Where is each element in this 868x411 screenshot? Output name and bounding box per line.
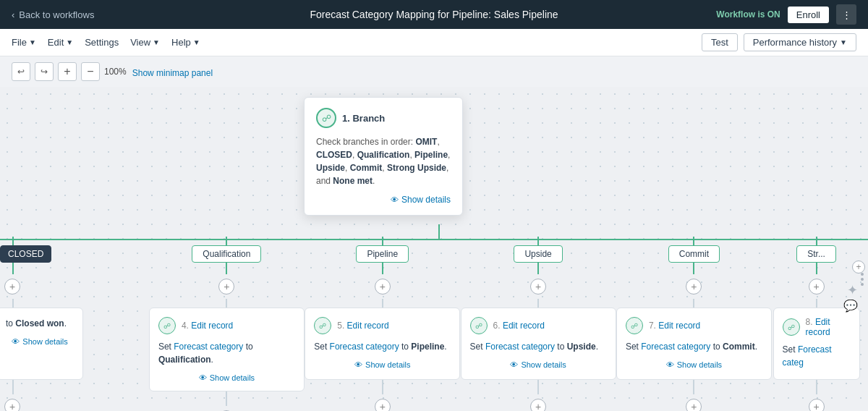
dot-3 [861, 278, 864, 281]
action-title-qualification: 4. Edit record [182, 321, 233, 331]
action-body-upside: Set Forecast category to Upside. [470, 340, 607, 353]
edit-chevron-icon: ▼ [66, 38, 73, 46]
zoom-in-button[interactable]: + [58, 62, 77, 81]
back-to-workflows-link[interactable]: ‹ Back to workflows [12, 9, 94, 20]
add-node-closed[interactable]: + [4, 279, 20, 295]
undo-button[interactable]: ↩ [12, 62, 30, 81]
canvas-toolbar: ↩ ↪ + − 100% Show minimap panel [0, 56, 868, 87]
forecast-link-qualification[interactable]: Forecast category [174, 342, 243, 352]
action-header-qualification: ☍ 4. Edit record [158, 317, 295, 334]
edit-record-link-commit[interactable]: Edit record [658, 321, 700, 331]
action-title-commit: 7. Edit record [649, 321, 700, 331]
zoom-value: 100% [104, 67, 127, 77]
redo-button[interactable]: ↪ [35, 62, 54, 81]
action-card-strong-upside: ☍ 8. Edit record Set Forecast categ [773, 308, 860, 380]
sparkle-icon: ✦ [847, 282, 858, 298]
add-node-closed-bottom[interactable]: + [4, 399, 20, 411]
back-label: Back to workflows [19, 9, 94, 20]
forecast-link-strong-upside[interactable]: Forecast categ [783, 344, 832, 368]
show-details-label-pipeline: Show details [365, 360, 410, 369]
edit-label: Edit [48, 37, 64, 48]
branch-label-qualification: Qualification [192, 245, 261, 263]
action-title-pipeline: 5. Edit record [337, 321, 388, 331]
top-nav: ‹ Back to workflows Forecast Category Ma… [0, 0, 868, 29]
branch-col-strong-upside: Str... + ☍ 8. Edit record Set Forecast c… [772, 237, 861, 411]
add-node-right-edge[interactable]: + [852, 260, 865, 274]
branch-label-commit: Commit [668, 245, 720, 263]
workflow-status: Workflow is ON [716, 9, 780, 20]
branch-popup-title: 1. Branch [342, 113, 385, 124]
action-body-strong-upside: Set Forecast categ [783, 343, 851, 369]
top-vertical-connector [438, 224, 440, 240]
action-body-commit: Set Forecast category to Commit. [626, 340, 762, 353]
help-label: Help [171, 37, 191, 48]
file-label: File [12, 37, 27, 48]
action-card-commit: ☍ 7. Edit record Set Forecast category t… [616, 308, 772, 380]
show-details-qualification[interactable]: 👁 Show details [158, 373, 295, 382]
enroll-button[interactable]: Enroll [788, 7, 829, 23]
workflow-canvas: ☍ 1. Branch Check branches in order: OMI… [0, 87, 868, 411]
forecast-link-upside[interactable]: Forecast category [485, 342, 555, 352]
zoom-out-button[interactable]: − [81, 62, 100, 81]
performance-label: Performance history [753, 37, 837, 48]
page-title: Forecast Category Mapping for Pipeline: … [310, 9, 558, 20]
add-node-pipeline[interactable]: + [375, 279, 391, 295]
show-details-pipeline[interactable]: 👁 Show details [314, 360, 451, 369]
minimap-link[interactable]: Show minimap panel [132, 68, 213, 78]
performance-button[interactable]: Performance history ▼ [744, 33, 856, 51]
eye-icon-commit: 👁 [666, 360, 674, 369]
branch-col-closed: CLOSED + to Closed won. 👁 Show details + [0, 237, 149, 411]
eye-icon-upside: 👁 [510, 360, 518, 369]
add-node-pipeline-bottom[interactable]: + [375, 399, 391, 411]
eye-icon-qualification: 👁 [199, 373, 207, 382]
edit-record-link-upside[interactable]: Edit record [503, 321, 545, 331]
test-button[interactable]: Test [702, 33, 738, 51]
branch-popup-icon: ☍ [316, 108, 336, 128]
show-details-label-closed: Show details [22, 337, 67, 346]
branch-columns: CLOSED + to Closed won. 👁 Show details + [0, 237, 861, 411]
add-node-qualification[interactable]: + [218, 279, 234, 295]
toolbar-menu-left: File ▼ Edit ▼ Settings View ▼ Help ▼ [12, 37, 200, 48]
toolbar-right: Test Performance history ▼ [702, 33, 856, 51]
view-menu[interactable]: View ▼ [130, 37, 160, 48]
forecast-link-commit[interactable]: Forecast category [641, 342, 710, 352]
show-details-closed[interactable]: 👁 Show details [6, 337, 74, 346]
forecast-link-pipeline[interactable]: Forecast category [330, 342, 399, 352]
action-card-qualification: ☍ 4. Edit record Set Forecast category t… [149, 308, 305, 391]
help-menu[interactable]: Help ▼ [171, 37, 200, 48]
edit-menu[interactable]: Edit ▼ [48, 37, 73, 48]
add-node-commit[interactable]: + [686, 279, 702, 295]
branch-show-details-link[interactable]: 👁 Show details [316, 195, 451, 205]
action-icon-qualification: ☍ [158, 317, 176, 334]
show-details-label-qualification: Show details [210, 373, 255, 382]
add-node-strong-upside-bottom[interactable]: + [809, 399, 825, 411]
eye-icon-pipeline: 👁 [354, 360, 362, 369]
branch-col-commit: Commit + ☍ 7. Edit record Set Forecast c… [616, 237, 772, 411]
eye-icon-closed: 👁 [12, 337, 20, 346]
settings-label: Settings [85, 37, 119, 48]
performance-chevron-icon: ▼ [840, 38, 847, 46]
action-header-strong-upside: ☍ 8. Edit record [783, 317, 851, 337]
add-node-strong-upside[interactable]: + [809, 279, 825, 295]
edit-record-link-pipeline[interactable]: Edit record [347, 321, 389, 331]
add-node-upside[interactable]: + [530, 279, 546, 295]
show-details-commit[interactable]: 👁 Show details [626, 360, 762, 369]
action-header-pipeline: ☍ 5. Edit record [314, 317, 451, 334]
chat-icon[interactable]: 💬 [843, 299, 858, 313]
action-icon-strong-upside: ☍ [783, 318, 800, 336]
action-icon-upside: ☍ [470, 317, 488, 334]
workflow-status-value: ON [767, 9, 780, 20]
action-header-commit: ☍ 7. Edit record [626, 317, 762, 334]
action-icon-commit: ☍ [626, 317, 643, 334]
branch-popup: ☍ 1. Branch Check branches in order: OMI… [304, 97, 463, 216]
edit-record-link-qualification[interactable]: Edit record [191, 321, 233, 331]
file-menu[interactable]: File ▼ [12, 37, 36, 48]
settings-menu[interactable]: Settings [85, 37, 119, 48]
show-details-label: Show details [401, 195, 451, 205]
add-node-commit-bottom[interactable]: + [686, 399, 702, 411]
show-details-upside[interactable]: 👁 Show details [470, 360, 607, 369]
eye-icon: 👁 [391, 195, 399, 204]
add-node-upside-bottom[interactable]: + [530, 399, 546, 411]
more-options-button[interactable]: ⋮ [836, 4, 856, 25]
action-card-upside: ☍ 6. Edit record Set Forecast category t… [461, 308, 616, 380]
